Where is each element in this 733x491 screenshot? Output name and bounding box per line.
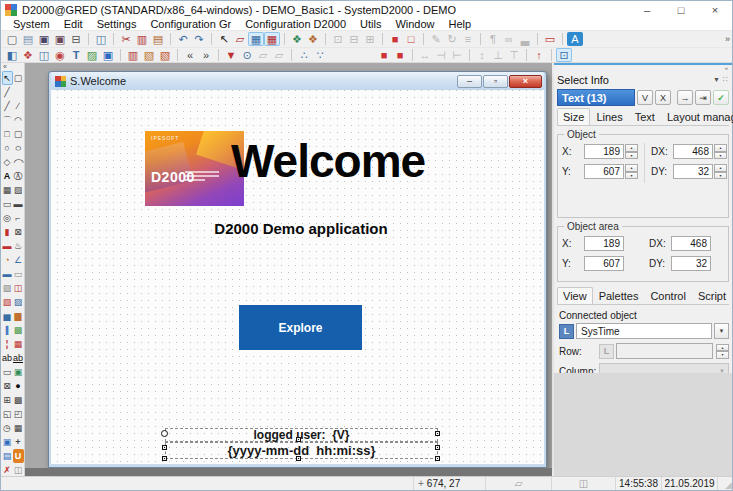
schema-preview-icon[interactable]: ◫ — [93, 32, 109, 46]
schema-restore-button[interactable]: ▫ — [483, 75, 508, 88]
frame-red-icon[interactable]: ▭ — [542, 32, 558, 46]
menu-help[interactable]: Help — [442, 19, 479, 30]
object-tree-icon[interactable]: ❖ — [305, 32, 321, 46]
last-object-button[interactable]: ⇥ — [695, 90, 711, 105]
eraser-icon[interactable]: ▱ — [255, 48, 271, 62]
cut-icon[interactable]: ✂ — [118, 32, 134, 46]
clear-button[interactable]: X — [655, 90, 671, 105]
picture-window-icon[interactable]: ▨ — [84, 48, 100, 62]
tab-layout-manager[interactable]: Layout manager — [661, 108, 733, 125]
order-up-icon[interactable]: ↑ — [531, 48, 547, 62]
tool-matrix[interactable]: ▩ — [13, 393, 24, 407]
value-button[interactable]: V — [637, 90, 653, 105]
menu-window[interactable]: Window — [388, 19, 441, 30]
tool-text-frame[interactable]: Ⓐ — [13, 169, 24, 183]
tool-move[interactable]: + — [13, 435, 24, 449]
edit-points-icon[interactable]: ✎ — [428, 32, 444, 46]
panel-menu-arrow-icon[interactable]: ▼ — [710, 76, 723, 83]
schema-canvas[interactable]: IPESOFT D2000 Welcome D2000 Demo applica… — [51, 90, 544, 464]
menu-utils[interactable]: Utils — [353, 19, 388, 30]
tool-ellipse-arc[interactable]: ◠ — [11, 155, 25, 169]
rotate-icon[interactable]: ↻ — [444, 32, 460, 46]
tab-script[interactable]: Script — [692, 287, 732, 304]
menu-system[interactable]: System — [6, 19, 57, 30]
drawing-toolbar-grip[interactable]: « — [1, 63, 24, 71]
tool-pie-chart[interactable]: ◔ — [2, 253, 13, 267]
copy-icon[interactable]: ▥ — [134, 32, 150, 46]
text-object-icon[interactable]: A — [567, 32, 583, 46]
tool-display[interactable]: ▨ — [2, 281, 13, 295]
selection-handle[interactable] — [296, 437, 301, 442]
target-icon[interactable]: ◉ — [52, 48, 68, 62]
paste-icon[interactable]: ▤ — [150, 32, 166, 46]
tool-line[interactable]: ╱ — [2, 85, 13, 99]
dy-spinner[interactable]: ▴▾ — [714, 164, 727, 179]
minimize-button[interactable]: – — [630, 1, 664, 19]
tool-checkbox[interactable]: ⊞ — [2, 393, 13, 407]
tool-gauge-horizontal[interactable]: ▬ — [2, 267, 13, 281]
tool-pause[interactable]: ∥ — [2, 323, 13, 337]
same-height-icon[interactable]: ↕ — [474, 48, 490, 62]
tool-terminal[interactable]: ▣ — [2, 435, 13, 449]
logged-user-text-object[interactable]: logged user: {V} — [165, 428, 438, 442]
welcome-heading[interactable]: Welcome — [231, 136, 425, 186]
shrink-height-icon[interactable]: ⊥ — [490, 48, 506, 62]
filter-icon[interactable]: ▼ — [223, 48, 239, 62]
tool-led[interactable]: ▣ — [13, 365, 24, 379]
tool-text-ab-frame[interactable]: ab — [13, 351, 24, 365]
schema-colors-icon[interactable]: ❖ — [289, 32, 305, 46]
dx-spinner[interactable]: ▴▾ — [714, 144, 727, 159]
pointer-icon[interactable]: ↖ — [216, 32, 232, 46]
back-icon[interactable]: « — [182, 48, 198, 62]
schema-window-titlebar[interactable]: S.Welcome – ▫ × — [51, 72, 544, 90]
eraser-soft-icon[interactable]: ▱ — [271, 48, 287, 62]
link-icon[interactable]: ∞ — [501, 32, 517, 46]
menu-configuration-d2000[interactable]: Configuration D2000 — [238, 19, 353, 30]
selection-handle[interactable] — [435, 431, 440, 436]
grow-height-icon[interactable]: ⊤ — [506, 48, 522, 62]
tool-ellipse-button[interactable]: ◎ — [2, 211, 13, 225]
import-icon[interactable]: ▧ — [141, 48, 157, 62]
new-icon[interactable]: ▢ — [4, 32, 20, 46]
tab-control[interactable]: Control — [644, 287, 691, 304]
dy-input[interactable]: 32 — [673, 164, 713, 179]
menu-configuration-gr[interactable]: Configuration Gr — [143, 19, 238, 30]
tab-lines[interactable]: Lines — [590, 108, 628, 125]
tool-dot[interactable]: ● — [13, 379, 24, 393]
dx-input[interactable]: 468 — [673, 144, 713, 159]
grid-icon[interactable]: ▦ — [248, 32, 264, 46]
datetime-text-object[interactable]: {yyyy-mm-dd hh:mi:ss} — [165, 442, 438, 459]
tool-delete[interactable]: ✗ — [2, 463, 13, 476]
transform-select-icon[interactable]: ▱ — [232, 32, 248, 46]
tool-window-a[interactable]: ◱ — [2, 407, 13, 421]
tool-grid-table[interactable]: ▦ — [13, 421, 24, 435]
bring-to-front-icon[interactable]: ■ — [387, 32, 403, 46]
tab-size[interactable]: Size — [557, 108, 590, 125]
copy-graphic-icon[interactable]: ▥ — [125, 48, 141, 62]
tool-copy-sheet[interactable]: ▤ — [2, 449, 13, 463]
selection-handle[interactable] — [435, 456, 440, 461]
group-icon[interactable]: ⊡ — [330, 32, 346, 46]
snap-active-icon[interactable]: ⊡ — [556, 48, 572, 62]
tool-3d-button[interactable]: ▬ — [13, 197, 24, 211]
tool-rectangle[interactable]: □ — [2, 127, 13, 141]
new-window-icon[interactable]: ◧ — [4, 48, 20, 62]
logo-image[interactable]: IPESOFT D2000 — [145, 131, 244, 206]
explore-button[interactable]: Explore — [239, 305, 362, 350]
send-to-back-icon[interactable]: □ — [403, 32, 419, 46]
tool-arc[interactable]: ⌒ — [2, 113, 13, 127]
tool-bar-graph[interactable]: ▅ — [2, 309, 13, 323]
open-icon[interactable]: ▤ — [20, 32, 36, 46]
tool-meter[interactable]: ◫ — [13, 281, 24, 295]
tool-polyline[interactable]: ╱ — [2, 99, 13, 113]
tool-windows-control[interactable]: ⊠ — [2, 379, 13, 393]
paragraph-icon[interactable]: ¶ — [485, 32, 501, 46]
panel-grip-icon[interactable]: ∷ — [723, 75, 729, 84]
tool-clock[interactable]: ◷ — [2, 421, 13, 435]
disconnect-objects-icon[interactable]: ∵ — [312, 48, 328, 62]
tool-picture[interactable]: ▩ — [13, 323, 24, 337]
selection-handle[interactable] — [161, 430, 168, 437]
regroup-icon[interactable]: ⊞ — [362, 32, 378, 46]
x-spinner[interactable]: ▴▾ — [625, 144, 638, 159]
tool-chord[interactable]: ◠ — [13, 113, 24, 127]
